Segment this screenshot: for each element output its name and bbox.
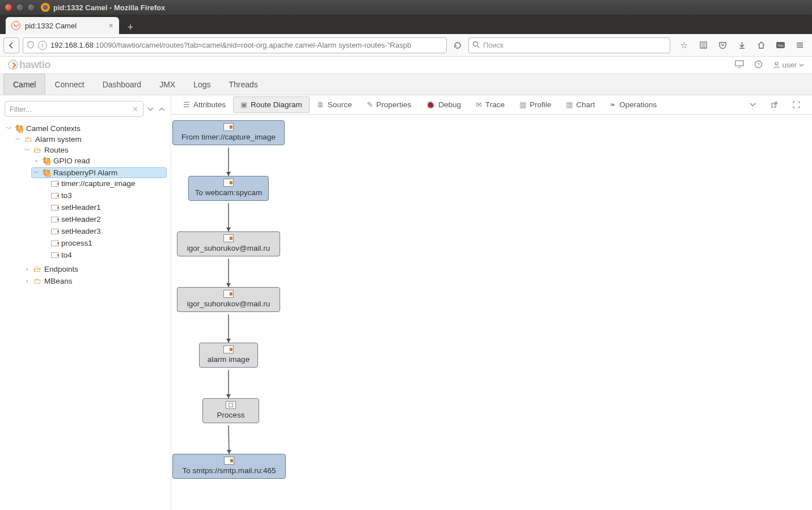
route-diagram-canvas[interactable]: From timer://capture_imageTo webcam:spyc… — [171, 115, 812, 510]
site-info-icon[interactable]: i — [38, 41, 47, 50]
svg-marker-25 — [226, 339, 231, 343]
camel-tree: ﹀🐫Camel Contexts ﹀🗀Alarm system ﹀🗁Routes… — [5, 123, 166, 289]
svg-marker-21 — [226, 227, 231, 231]
diagram-node-label: To webcam:spycam — [192, 188, 265, 197]
subtab-chart[interactable]: ▥Chart — [559, 96, 602, 113]
url-bar[interactable]: i 192.168.1.68 :10090/hawtio/camel/route… — [23, 37, 447, 53]
nav-threads[interactable]: Threads — [219, 74, 267, 95]
endpoint-icon — [51, 229, 59, 234]
window-close-button[interactable] — [5, 3, 12, 11]
file-icon: 🗎 — [317, 100, 324, 109]
nav-dashboard[interactable]: Dashboard — [94, 74, 151, 95]
hamburger-menu-icon[interactable] — [794, 40, 805, 51]
tree-node-timer[interactable]: timer://capture_image — [41, 179, 166, 188]
diagram-node-5[interactable]: Process — [202, 398, 259, 423]
tree-node-to4[interactable]: to4 — [41, 250, 166, 260]
pocket-icon[interactable] — [717, 40, 728, 51]
hawtio-favicon-icon — [11, 21, 20, 30]
app-header: hawtio ? user — [0, 57, 812, 74]
tab-title: pid:1332 Camel — [25, 22, 77, 30]
monitor-icon[interactable] — [735, 60, 744, 70]
filter-input[interactable]: Filter... ✕ — [5, 101, 143, 117]
tree-node-to3[interactable]: to3 — [41, 191, 166, 200]
endpoint-icon — [51, 205, 59, 210]
tree-node-setheader3[interactable]: setHeader3 — [41, 226, 166, 236]
subtab-route-diagram[interactable]: ▣Route Diagram — [233, 96, 310, 113]
svg-point-16 — [775, 62, 778, 65]
endpoint-icon — [223, 345, 234, 353]
browser-toolbar: i 192.168.1.68 :10090/hawtio/camel/route… — [0, 34, 812, 57]
tree-endpoints[interactable]: ›🗁Endpoints — [23, 264, 166, 274]
subtab-operations[interactable]: ❧Operations — [602, 96, 664, 113]
picture-icon: ▣ — [240, 100, 247, 109]
diagram-node-1[interactable]: To webcam:spycam — [188, 176, 269, 201]
subtab-popout[interactable] — [763, 97, 785, 112]
window-maximize-button[interactable] — [27, 3, 35, 11]
tab-close-icon[interactable]: × — [109, 21, 113, 30]
hawtio-logo[interactable]: hawtio — [8, 59, 50, 71]
svg-line-2 — [477, 45, 480, 48]
search-bar[interactable]: Поиск — [468, 37, 670, 53]
tree-root[interactable]: ﹀🐫Camel Contexts — [5, 124, 166, 133]
window-minimize-button[interactable] — [16, 3, 24, 11]
tree-mbeans[interactable]: ›🗀MBeans — [23, 276, 166, 286]
nav-back-button[interactable] — [3, 37, 19, 53]
diagram-node-label: igor_suhorukov@mail.ru — [181, 300, 276, 308]
diagram-node-0[interactable]: From timer://capture_image — [172, 120, 285, 145]
svg-text:You: You — [777, 44, 783, 47]
tree-gpio-read[interactable]: ›🐫GPIO read — [32, 156, 166, 166]
svg-point-0 — [43, 5, 48, 10]
diagram-node-3[interactable]: igor_suhorukov@mail.ru — [177, 287, 280, 312]
bookmarks-list-icon[interactable] — [697, 40, 709, 51]
endpoint-icon — [223, 290, 234, 298]
bookmark-star-icon[interactable]: ☆ — [678, 40, 690, 51]
subtab-profile[interactable]: ▥Profile — [512, 96, 559, 113]
diagram-node-2[interactable]: igor_suhorukov@mail.ru — [177, 231, 280, 256]
subtab-source[interactable]: 🗎Source — [310, 96, 360, 113]
browser-tab[interactable]: pid:1332 Camel × — [6, 17, 119, 34]
subtab-more[interactable] — [742, 98, 763, 112]
user-menu[interactable]: user — [773, 61, 804, 69]
nav-logs[interactable]: Logs — [184, 74, 219, 95]
nav-camel[interactable]: Camel — [3, 74, 45, 95]
subtab-attributes[interactable]: ☰Attributes — [176, 96, 233, 113]
endpoint-icon — [223, 123, 234, 131]
os-titlebar: pid:1332 Camel - Mozilla Firefox — [0, 0, 812, 15]
endpoint-icon — [224, 457, 234, 465]
home-icon[interactable] — [755, 40, 767, 51]
hawtio-logo-icon — [8, 60, 18, 70]
diagram-node-4[interactable]: alarm image — [199, 343, 258, 368]
youtube-icon[interactable]: You — [775, 40, 786, 51]
reload-button[interactable] — [450, 38, 465, 53]
downloads-icon[interactable] — [736, 40, 747, 51]
nav-connect[interactable]: Connect — [45, 74, 93, 95]
leaf-icon: ❧ — [610, 100, 616, 109]
collapse-up-icon[interactable] — [157, 104, 166, 113]
subtab-fullscreen[interactable] — [785, 97, 807, 112]
subtab-bar: ☰Attributes ▣Route Diagram 🗎Source ✎Prop… — [171, 95, 812, 115]
folder-open-icon: 🗁 — [33, 146, 42, 154]
edit-icon: ✎ — [367, 100, 373, 109]
subtab-properties[interactable]: ✎Properties — [360, 96, 419, 113]
subtab-trace[interactable]: ✉Trace — [468, 96, 512, 113]
clear-filter-icon[interactable]: ✕ — [132, 105, 138, 113]
tree-node-setheader2[interactable]: setHeader2 — [41, 214, 166, 224]
browser-tabstrip: pid:1332 Camel × + — [0, 15, 812, 34]
endpoint-icon — [51, 181, 59, 187]
tree-node-setheader1[interactable]: setHeader1 — [41, 203, 166, 212]
tree-context[interactable]: ﹀🗀Alarm system — [14, 134, 166, 144]
bar-chart-icon: ▥ — [519, 100, 526, 109]
fullscreen-icon — [793, 101, 800, 108]
expand-down-icon[interactable] — [146, 104, 155, 113]
nav-jmx[interactable]: JMX — [150, 74, 184, 95]
tree-raspberry-alarm[interactable]: ﹀🐫RaspberryPI Alarm — [32, 168, 166, 178]
help-icon[interactable]: ? — [754, 60, 763, 70]
user-label: user — [783, 61, 797, 69]
diagram-node-6[interactable]: To smtps://smtp.mail.ru:465 — [172, 454, 286, 479]
tree-node-process1[interactable]: process1 — [41, 238, 166, 248]
new-tab-button[interactable]: + — [122, 20, 138, 34]
subtab-debug[interactable]: 🐞Debug — [418, 96, 468, 113]
list-icon: ☰ — [183, 100, 190, 109]
tree-routes[interactable]: ﹀🗁Routes — [23, 145, 166, 155]
external-link-icon — [771, 101, 778, 108]
